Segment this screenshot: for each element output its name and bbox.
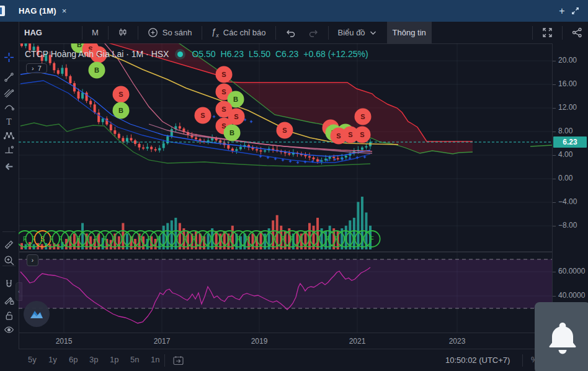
share-button[interactable]: [566, 22, 588, 43]
trend-line-tool[interactable]: [0, 69, 18, 85]
volume-bar: [174, 218, 177, 249]
price-label: 4.00: [558, 150, 572, 159]
tab-close-icon[interactable]: ×: [62, 6, 67, 16]
compare-plus-icon: [148, 27, 158, 38]
fullscreen-button[interactable]: [537, 22, 558, 43]
range-button-6p[interactable]: 6p: [69, 355, 78, 364]
arc-tool[interactable]: [0, 98, 18, 114]
candle-style-icon[interactable]: [112, 22, 134, 43]
signal-label: S: [118, 91, 123, 98]
rsi-pane-expand-button[interactable]: ›: [27, 254, 38, 266]
symbol-button[interactable]: HAG: [19, 22, 78, 43]
candle-body: [37, 47, 39, 55]
volume-bar: [118, 236, 120, 249]
range-button-5n[interactable]: 5n: [130, 355, 139, 364]
range-button-3p[interactable]: 3p: [89, 355, 98, 364]
share-icon: [572, 27, 582, 38]
candle-body: [239, 147, 242, 150]
candle-body: [61, 68, 63, 74]
candle-body: [345, 156, 347, 158]
range-button-1p[interactable]: 1p: [110, 355, 118, 364]
candle-body: [69, 76, 71, 83]
time-label: 2021: [349, 337, 366, 346]
indicators-expand-button[interactable]: ›7: [26, 63, 47, 73]
add-tab-button[interactable]: +: [553, 6, 571, 17]
volume-bar: [316, 218, 319, 249]
candle-body: [89, 101, 92, 105]
clock[interactable]: 10:50:02 (UTC+7): [445, 355, 510, 365]
range-button-1n[interactable]: 1n: [151, 355, 159, 364]
compare-button[interactable]: So sánh: [142, 22, 198, 43]
psar-dot: [296, 161, 299, 164]
interval-button[interactable]: M: [86, 22, 104, 43]
undo-icon: [285, 28, 296, 38]
candle-body: [284, 152, 287, 153]
hide-drawings-arrow[interactable]: [0, 158, 18, 174]
signal-label: B: [94, 66, 99, 74]
candle-body: [235, 150, 238, 151]
candle-body: [49, 55, 51, 63]
redo-button[interactable]: [302, 22, 324, 43]
green-stub: [530, 145, 552, 146]
event-label: F: [370, 236, 374, 243]
info-button[interactable]: Thông tin: [387, 22, 432, 43]
chart-pane[interactable]: FFSFFFFFFFFFFFFFFFFFFFFFFFFFFFFFFFFFFFFF…: [19, 43, 552, 333]
candle-body: [102, 118, 104, 122]
time-label: 2015: [56, 337, 73, 346]
candle-body: [86, 92, 88, 101]
candle-body: [179, 126, 181, 128]
chart-logo-bubble[interactable]: [24, 301, 50, 327]
candle-body: [110, 125, 112, 131]
volume-bar: [126, 234, 128, 250]
psar-dot: [356, 156, 359, 159]
volume-bar: [357, 202, 359, 250]
crosshair-tool[interactable]: [0, 49, 18, 65]
time-label: 2017: [154, 337, 171, 346]
ruler-tool[interactable]: [0, 236, 18, 253]
chart-layout-menu[interactable]: Biểu đồ: [332, 22, 382, 43]
candle-body: [57, 70, 60, 74]
tab-title[interactable]: HAG (1M): [19, 6, 56, 16]
price-label: 8.00: [558, 127, 572, 135]
candle-body: [256, 150, 258, 151]
candle-body: [288, 153, 290, 154]
signal-label: S: [360, 113, 365, 120]
popout-icon[interactable]: [571, 6, 588, 16]
goto-date-button[interactable]: [172, 355, 184, 368]
signal-label: B: [118, 107, 123, 114]
notification-overlay[interactable]: [535, 302, 588, 371]
candle-body: [114, 130, 116, 134]
signal-label: S: [348, 131, 352, 138]
projection-tool[interactable]: [0, 141, 18, 158]
price-label: 20.00: [558, 56, 577, 65]
time-label: 2019: [251, 337, 268, 346]
fx-icon: ƒx: [212, 27, 219, 38]
bottom-toolbar: 10:50:02 (UTC+7) % log auto 5y1y6p3p1p5n…: [19, 349, 588, 371]
hide-all-tool[interactable]: [0, 321, 18, 337]
range-button-1y[interactable]: 1y: [48, 355, 57, 364]
candle-body: [227, 145, 229, 149]
candle-body: [142, 148, 145, 149]
candle-body: [97, 113, 100, 122]
range-button-5y[interactable]: 5y: [28, 355, 37, 364]
bell-icon: [546, 320, 579, 356]
psar-dot: [213, 115, 215, 118]
candle-body: [308, 156, 311, 158]
candle-body: [126, 138, 128, 141]
candle-body: [25, 43, 27, 46]
candle-body: [53, 63, 55, 70]
rsi-band: [19, 259, 552, 308]
candle-body: [45, 55, 47, 61]
candle-body: [29, 43, 31, 50]
redo-icon: [308, 28, 319, 38]
chart-canvas[interactable]: FFSFFFFFFFFFFFFFFFFFFFFFFFFFFFFFFFFFFFFF…: [19, 43, 552, 333]
time-axis[interactable]: 20152017201920212023: [19, 333, 552, 349]
candle-body: [94, 104, 96, 112]
signal-label: S: [234, 113, 238, 120]
candle-body: [20, 43, 23, 46]
candle-body: [138, 144, 141, 148]
indicators-button[interactable]: ƒx Các chỉ báo: [206, 22, 272, 43]
undo-button[interactable]: [280, 22, 302, 43]
signal-label: S: [360, 131, 364, 138]
signal-label: S: [221, 71, 226, 78]
